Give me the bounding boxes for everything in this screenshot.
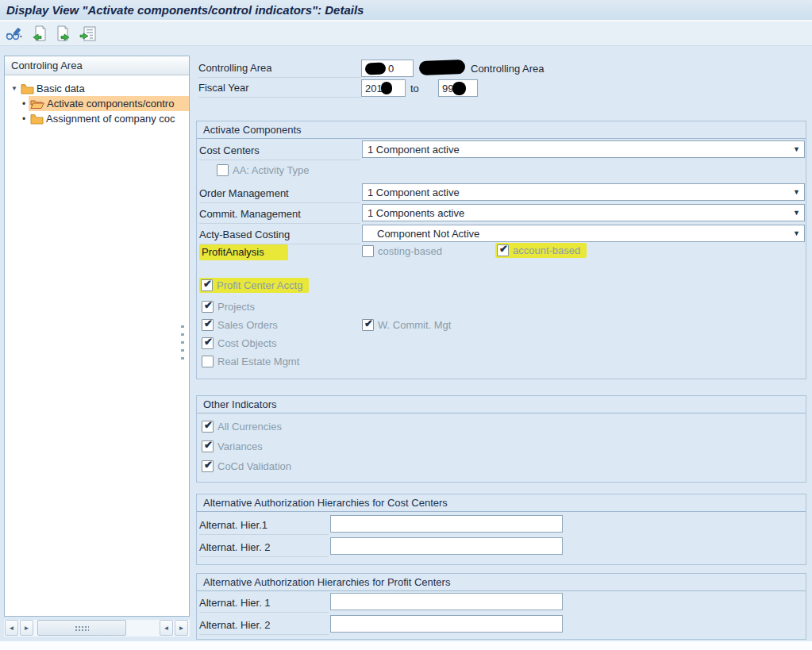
tree-hscrollbar[interactable]: ◄ ► ◄ ► xyxy=(4,620,190,637)
bullet-icon: • xyxy=(22,113,29,125)
fiscal-year-from-value: 201 xyxy=(365,83,383,94)
acty-based-costing-select[interactable]: Component Not Active ▼ xyxy=(362,225,805,242)
real-estate-mgmt-checkbox[interactable]: Real Estate Mgmt xyxy=(202,356,299,367)
alternat-hier2-field[interactable] xyxy=(330,537,563,555)
cost-centers-label: Cost Centers xyxy=(199,141,360,160)
fiscal-year-to-value: 99 xyxy=(442,83,453,94)
tree-item-assignment-company-codes[interactable]: • Assignment of company coc xyxy=(5,111,189,126)
controlling-area-field[interactable]: 0 xyxy=(361,60,414,77)
variances-checkbox[interactable]: ✔ Variances xyxy=(202,440,263,452)
scroll-left-button[interactable]: ◄ xyxy=(160,620,173,636)
checkmark: ✔ xyxy=(204,461,213,469)
alternat-hier1-label: Alternat. Hier.1 xyxy=(199,516,329,535)
cost-centers-select[interactable]: 1 Component active ▼ xyxy=(362,140,805,158)
chevron-down-icon[interactable]: ▼ xyxy=(793,145,800,153)
sales-orders-checkbox[interactable]: ✔ Sales Orders xyxy=(202,319,278,331)
status-strip xyxy=(0,641,812,650)
grip-dots-icon xyxy=(75,625,89,631)
checkbox-label: AA: Activity Type xyxy=(233,164,310,176)
checkbox-label: Cost Objects xyxy=(217,337,276,349)
next-entry-icon[interactable] xyxy=(54,24,73,43)
checkbox-label: costing-based xyxy=(378,245,442,257)
checkmark: ✔ xyxy=(204,302,213,310)
selected-value: 1 Component active xyxy=(368,144,460,156)
profit-center-acctg-checkbox[interactable]: ✔ Profit Center Acctg xyxy=(199,278,309,293)
previous-entry-icon[interactable] xyxy=(29,24,48,43)
screen-body: Controling Area ▼ Basic data • Activate … xyxy=(0,46,812,641)
redaction-mark xyxy=(365,62,387,75)
tree-header: Controling Area xyxy=(5,56,189,75)
checkbox-label: Projects xyxy=(217,301,255,313)
display-change-icon[interactable] xyxy=(5,24,24,43)
checkmark: ✔ xyxy=(204,320,213,328)
checkmark: ✔ xyxy=(204,338,213,346)
commit-management-select[interactable]: 1 Components active ▼ xyxy=(362,204,805,221)
selected-value: 1 Component active xyxy=(368,187,460,198)
order-management-label: Order Management xyxy=(199,184,360,203)
all-currencies-checkbox[interactable]: ✔ All Currencies xyxy=(202,421,282,433)
selected-value: Component Not Active xyxy=(368,228,479,240)
chevron-down-icon[interactable]: ▼ xyxy=(793,229,800,237)
costing-based-checkbox[interactable]: costing-based xyxy=(362,245,442,257)
fiscal-year-from-field[interactable]: 201 xyxy=(361,79,406,97)
account-based-checkbox[interactable]: ✔ account-based xyxy=(495,243,587,258)
scroll-right-button[interactable]: ► xyxy=(20,620,33,636)
checkbox-label: CoCd Validation xyxy=(217,460,291,472)
checkmark: ✔ xyxy=(204,421,213,429)
tree-item-label: Basic data xyxy=(37,83,85,94)
chevron-down-icon[interactable]: ▼ xyxy=(793,188,800,196)
aa-activity-type-checkbox[interactable]: AA: Activity Type xyxy=(217,164,310,176)
profit-analysis-label: ProfitAnalysis xyxy=(199,244,288,260)
fiscal-year-to-label: to xyxy=(410,83,419,94)
projects-checkbox[interactable]: ✔ Projects xyxy=(202,301,255,313)
redaction-mark xyxy=(419,60,466,75)
scroll-right-button[interactable]: ► xyxy=(175,620,188,636)
cost-objects-checkbox[interactable]: ✔ Cost Objects xyxy=(202,337,276,349)
activate-components-group: Activate Components Cost Centers 1 Compo… xyxy=(196,121,806,379)
checkbox-label: All Currencies xyxy=(217,421,282,433)
checkmark: ✔ xyxy=(499,245,508,253)
detail-form: Controlling Area 0 Controlling Area Fisc… xyxy=(194,56,806,643)
alt-auth-cost-centers-group: Alternative Authorization Hierarchies fo… xyxy=(196,494,806,565)
window-titlebar: Display View "Activate components/contro… xyxy=(0,0,812,21)
checkbox-label: Sales Orders xyxy=(217,319,278,331)
group-title: Activate Components xyxy=(197,121,806,139)
folder-icon xyxy=(21,83,34,94)
group-title: Other Indicators xyxy=(197,396,806,413)
tree-item-activate-components[interactable]: • Activate components/contro xyxy=(5,96,189,111)
other-indicators-group: Other Indicators ✔ All Currencies ✔ Vari… xyxy=(196,395,806,483)
checkmark: ✔ xyxy=(364,320,373,328)
chevron-down-icon[interactable]: ▼ xyxy=(793,209,800,217)
scroll-left-button[interactable]: ◄ xyxy=(5,620,18,636)
checkmark: ✔ xyxy=(203,280,212,288)
scrollbar-thumb[interactable] xyxy=(37,620,126,636)
checkbox-label: account-based xyxy=(513,244,580,256)
fiscal-year-to-field[interactable]: 99 xyxy=(438,79,478,97)
redaction-mark xyxy=(381,82,392,94)
folder-icon xyxy=(30,113,44,125)
panel-splitter[interactable] xyxy=(181,325,184,365)
selected-value: 1 Components active xyxy=(368,207,464,219)
tree-item-label: Activate components/contro xyxy=(47,98,174,110)
group-title: Alternative Authorization Hierarchies fo… xyxy=(197,494,806,512)
alternat-hier1-field[interactable] xyxy=(330,515,563,533)
chevron-expanded-icon[interactable]: ▼ xyxy=(10,85,19,92)
alternat-hier2-label: Alternat. Hier. 2 xyxy=(199,538,329,557)
alternat-hier2-field[interactable] xyxy=(330,615,563,633)
tree-item-basic-data[interactable]: ▼ Basic data xyxy=(5,81,189,96)
redaction-mark xyxy=(452,82,466,95)
page-title: Display View "Activate components/contro… xyxy=(6,3,364,17)
controlling-area-label: Controlling Area xyxy=(198,59,361,78)
cocd-validation-checkbox[interactable]: ✔ CoCd Validation xyxy=(202,460,291,472)
dialog-structure-panel: Controling Area ▼ Basic data • Activate … xyxy=(4,56,190,617)
tree-item-label: Assignment of company coc xyxy=(46,113,175,125)
alt-auth-profit-centers-group: Alternative Authorization Hierarchies fo… xyxy=(196,573,806,640)
alternat-hier1-field[interactable] xyxy=(330,593,563,610)
commit-management-label: Commit. Management xyxy=(199,205,360,224)
checkbox-label: Real Estate Mgmt xyxy=(217,356,299,367)
checkbox-label: Variances xyxy=(217,440,263,452)
other-entry-icon[interactable] xyxy=(79,24,98,43)
alternat-hier1-label: Alternat. Hier. 1 xyxy=(199,594,329,613)
w-commit-mgt-checkbox[interactable]: ✔ W. Commit. Mgt xyxy=(362,319,451,331)
order-management-select[interactable]: 1 Component active ▼ xyxy=(362,183,805,201)
